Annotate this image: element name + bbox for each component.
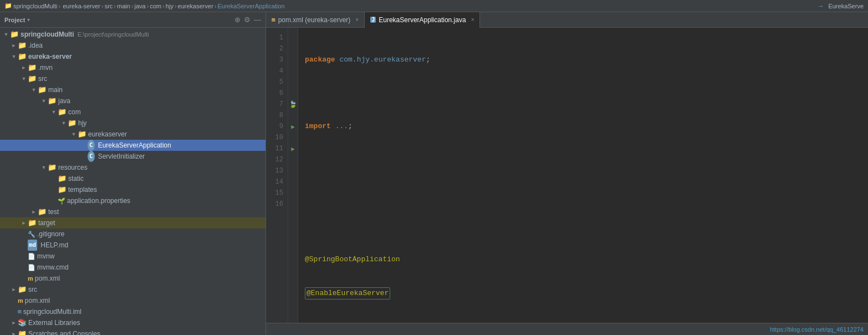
- panel-chevron-icon[interactable]: ▾: [27, 17, 30, 23]
- tree-item-src-root[interactable]: ► 📁 src: [0, 284, 265, 295]
- breadcrumb-eurekaserver[interactable]: eurekaserver: [178, 3, 213, 9]
- tree-item-static[interactable]: 📁 static: [0, 173, 265, 184]
- breadcrumb-module[interactable]: eureka-server: [63, 3, 100, 9]
- code-line-7: @SpringBootApplication: [305, 254, 868, 265]
- panel-header: Project ▾ ⊕ ⚙ —: [0, 12, 265, 28]
- tab-java-close-icon[interactable]: ×: [471, 17, 474, 23]
- tree-item-help-md[interactable]: md HELP.md: [0, 240, 265, 251]
- breadcrumb-project[interactable]: springcloudMulti: [13, 3, 57, 9]
- tree-item-resources[interactable]: ▼ 📁 resources: [0, 162, 265, 173]
- gutter-5: [288, 77, 298, 88]
- tree-item-scratches-label: Scratches and Consoles: [28, 328, 100, 335]
- tree-item-eureka-app-label: EurekaServerApplication: [98, 140, 171, 151]
- breadcrumb-java[interactable]: java: [135, 3, 146, 9]
- navigate-forward-icon[interactable]: →: [816, 2, 824, 10]
- settings-icon[interactable]: ⚙: [244, 16, 251, 24]
- tree-item-iml[interactable]: m springcloudMulti.iml: [0, 306, 265, 317]
- iml-file-icon: m: [18, 306, 22, 317]
- tree-item-external-libs[interactable]: ► 📚 External Libraries: [0, 317, 265, 328]
- templates-folder-icon: 📁: [58, 184, 67, 195]
- gutter-3: [288, 54, 298, 65]
- tree-item-eureka-app[interactable]: C EurekaServerApplication: [0, 140, 265, 151]
- breadcrumb-hjy[interactable]: hjy: [166, 3, 173, 9]
- main-layout: Project ▾ ⊕ ⚙ — ▼ 📁 springcloudMulti E:\…: [0, 12, 868, 335]
- breadcrumb-com[interactable]: com: [150, 3, 161, 9]
- tab-eureka-app[interactable]: J EurekaServerApplication.java ×: [365, 12, 480, 28]
- tree-item-app-props[interactable]: 🌱 application.properties: [0, 195, 265, 206]
- gutter-6: [288, 88, 298, 99]
- com-folder-icon: 📁: [58, 106, 67, 118]
- tree-item-mvnw[interactable]: 📄 mvnw: [0, 251, 265, 262]
- idea-arrow-icon: ►: [10, 40, 18, 51]
- status-link[interactable]: https://blog.csdn.net/qq_46112274: [770, 326, 864, 333]
- tree-item-hjy[interactable]: ▼ 📁 hjy: [0, 118, 265, 129]
- ln-11: 11: [268, 143, 283, 154]
- spring-boot-icon: 🍃: [289, 100, 297, 109]
- status-bar: https://blog.csdn.net/qq_46112274: [266, 323, 868, 335]
- tree-root-label: springcloudMulti: [21, 29, 74, 40]
- test-arrow-icon: ►: [30, 206, 38, 217]
- tree-item-mvn[interactable]: ► 📁 .mvn: [0, 62, 265, 73]
- run-main-icon[interactable]: ▶: [291, 145, 295, 153]
- tree-item-pom-root-label: pom.xml: [25, 295, 50, 306]
- tree-item-pom-root[interactable]: m pom.xml: [0, 295, 265, 306]
- code-line-4: [305, 154, 868, 165]
- run-class-icon[interactable]: ▶: [291, 123, 295, 130]
- tree-item-scratches[interactable]: ► 📁 Scratches and Consoles: [0, 328, 265, 335]
- gutter-11[interactable]: ▶: [288, 143, 298, 154]
- tree-item-main[interactable]: ▼ 📁 main: [0, 84, 265, 95]
- tree-item-test[interactable]: ► 📁 test: [0, 206, 265, 217]
- gutter-7: 🍃: [288, 99, 298, 110]
- xml-root-icon: m: [18, 295, 23, 306]
- tree-item-servlet[interactable]: C ServletInitializer: [0, 151, 265, 162]
- md-file-icon: md: [28, 240, 37, 251]
- mvn-arrow-icon: ►: [20, 62, 28, 73]
- editor-tabs: m pom.xml (eureka-server) × J EurekaServ…: [266, 12, 868, 28]
- tree-item-gitignore-label: .gitignore: [37, 229, 64, 240]
- tree-item-com[interactable]: ▼ 📁 com: [0, 106, 265, 118]
- tree-item-java[interactable]: ▼ 📁 java: [0, 95, 265, 106]
- target-folder-icon: 📁: [28, 217, 37, 229]
- panel-title-text: Project: [4, 17, 25, 23]
- target-arrow-icon: ►: [20, 217, 28, 229]
- ln-13: 13: [268, 165, 283, 176]
- gitignore-icon: 🔧: [28, 229, 35, 240]
- tree-item-main-label: main: [48, 84, 63, 95]
- code-editor[interactable]: package com.hjy.eurekaserver; import ...…: [298, 28, 868, 323]
- tree-item-src[interactable]: ▼ 📁 src: [0, 73, 265, 84]
- tab-pom-xml[interactable]: m pom.xml (eureka-server) ×: [266, 12, 365, 28]
- tree-item-eurekaserver[interactable]: ▼ 📁 eurekaserver: [0, 129, 265, 140]
- editor-panel: m pom.xml (eureka-server) × J EurekaServ…: [266, 12, 868, 335]
- tree-item-idea[interactable]: ► 📁 .idea: [0, 40, 265, 51]
- ln-6: 6: [268, 88, 283, 99]
- hjy-arrow-icon: ▼: [60, 118, 68, 129]
- breadcrumb-src[interactable]: src: [105, 3, 113, 9]
- gutter-9[interactable]: ▶: [288, 121, 298, 132]
- tree-item-templates-label: templates: [68, 184, 97, 195]
- tree-item-pom-eureka[interactable]: m pom.xml: [0, 273, 265, 284]
- tree-item-target-label: target: [38, 217, 55, 229]
- tab-pom-close-icon[interactable]: ×: [355, 17, 359, 23]
- eurekaserver-folder-icon: 📁: [78, 129, 86, 140]
- collapse-icon[interactable]: —: [254, 16, 261, 24]
- tree-root[interactable]: ▼ 📁 springcloudMulti E:\project\springcl…: [0, 29, 265, 40]
- locate-icon[interactable]: ⊕: [234, 16, 241, 24]
- ln-8: 8: [268, 110, 283, 121]
- tree-item-mvnw-cmd[interactable]: 📄 mvnw.cmd: [0, 262, 265, 273]
- code-line-2: [305, 88, 868, 99]
- tree-item-gitignore[interactable]: 🔧 .gitignore: [0, 229, 265, 240]
- tree-item-templates[interactable]: 📁 templates: [0, 184, 265, 195]
- project-icon: 📁: [4, 2, 12, 9]
- com-arrow-icon: ▼: [50, 106, 58, 118]
- breadcrumb-main[interactable]: main: [117, 3, 130, 9]
- scratches-folder-icon: 📁: [18, 328, 27, 335]
- tree-item-eureka-server[interactable]: ▼ 📁 eureka-server: [0, 51, 265, 62]
- cmd-file-icon: 📄: [28, 262, 35, 273]
- tab-pom-label: pom.xml (eureka-server): [278, 16, 351, 24]
- ln-3: 3: [268, 54, 283, 65]
- gutter-13: [288, 165, 298, 176]
- breadcrumb-class[interactable]: EurekaServerApplication: [217, 3, 284, 9]
- panel-actions: ⊕ ⚙ —: [234, 16, 261, 24]
- tree-item-target[interactable]: ► 📁 target: [0, 217, 265, 229]
- ln-5: 5: [268, 77, 283, 88]
